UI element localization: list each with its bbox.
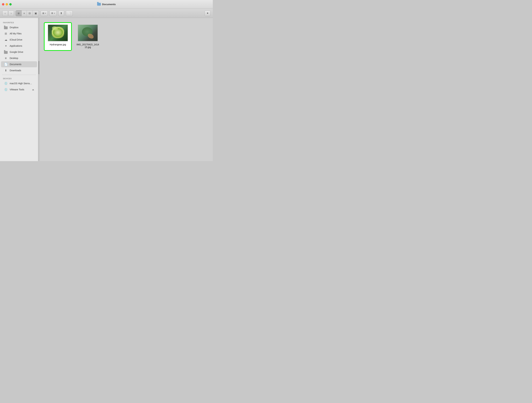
eject-icon[interactable]: ⏏ [32,88,34,91]
forward-icon: › [11,12,12,15]
main-content: Favorites Dropbox ⊞ All My Files ☁ iClou… [0,18,213,161]
file-thumbnail-img [78,25,98,41]
back-button[interactable]: ‹ [2,11,8,16]
toolbar: ‹ › ⊞ ≡ ⊟ ▣ ⊞ ▾ ⚙ ▾ ⬆ ⬜ ✦ [0,9,213,18]
sidebar-label-google-drive: Google Drive [10,51,23,53]
traffic-lights [2,3,12,6]
arrange-icon: ⊞ [42,12,44,14]
cover-view-icon: ▣ [35,12,37,15]
dropbox-folder-icon [4,25,8,29]
file-name-img: IMG_20170415_141415.jpg [76,43,99,49]
sidebar-label-dropbox: Dropbox [10,26,19,29]
scrollbar-thumb[interactable] [38,61,39,74]
forward-button[interactable]: › [8,11,14,16]
sidebar-label-all-my-files: All My Files [10,32,22,35]
icloud-drive-icon: ☁ [4,38,8,42]
desktop-icon: 🖥 [4,56,8,60]
view-icon-button[interactable]: ⊞ [16,11,22,16]
dropbox-button[interactable]: ✦ [205,11,210,16]
sidebar-label-vmware: VMware Tools [10,88,24,91]
disc-icon: 💿 [4,88,8,91]
titlebar: Documents [0,0,213,9]
sidebar-item-vmware[interactable]: 💿 VMware Tools ⏏ [1,87,37,93]
file-item-hydrangeas[interactable]: Hydrangeas.jpg [44,23,71,50]
window-title-group: Documents [97,3,116,6]
sidebar-item-dropbox[interactable]: Dropbox [1,25,37,31]
view-cover-button[interactable]: ▣ [33,11,39,16]
sidebar-item-applications[interactable]: ✦ Applications [1,43,37,49]
toolbar-right: ✦ [205,11,210,16]
sidebar-label-documents: Documents [10,63,21,66]
view-mode-group: ⊞ ≡ ⊟ ▣ [16,10,39,16]
minimize-button[interactable] [6,3,8,6]
file-area: Hydrangeas.jpg IMG_20170415_141415.jpg [40,18,213,161]
sidebar-item-desktop[interactable]: 🖥 Desktop [1,55,37,61]
action-dropdown[interactable]: ⚙ ▾ [49,11,57,16]
back-icon: ‹ [5,12,6,15]
sidebar-label-macos: macOS High Sierra… [10,82,32,85]
list-view-icon: ≡ [23,12,25,15]
arrange-dropdown[interactable]: ⊞ ▾ [41,11,48,16]
favorites-section-header: Favorites [0,20,38,24]
sidebar-item-icloud-drive[interactable]: ☁ iCloud Drive [1,37,37,43]
file-thumbnail-hydrangeas [48,25,68,41]
close-button[interactable] [2,3,4,6]
dropbox-icon: ✦ [207,12,209,15]
sidebar-divider [2,75,36,75]
share-button[interactable]: ⬆ [58,11,64,16]
window-title: Documents [102,3,116,6]
sidebar-label-applications: Applications [10,44,22,47]
sidebar-label-icloud-drive: iCloud Drive [10,38,22,41]
sidebar-item-google-drive[interactable]: Google Drive [1,49,37,55]
google-drive-folder-icon [4,50,8,54]
hard-drive-icon: 💿 [4,81,8,85]
all-my-files-icon: ⊞ [4,32,8,35]
sidebar-scrollbar[interactable] [38,18,40,161]
sidebar-label-downloads: Downloads [10,69,21,72]
action-chevron-icon: ▾ [54,12,55,14]
view-columns-button[interactable]: ⊟ [27,11,33,16]
grid-view-icon: ⊞ [18,12,20,15]
sidebar-label-desktop: Desktop [10,57,18,59]
documents-icon: 📄 [4,62,8,66]
arrange-chevron-icon: ▾ [45,12,46,14]
sidebar: Favorites Dropbox ⊞ All My Files ☁ iClou… [0,18,38,161]
columns-view-icon: ⊟ [29,12,31,15]
gear-icon: ⚙ [51,12,53,14]
view-list-button[interactable]: ≡ [22,11,27,16]
sidebar-item-macos[interactable]: 💿 macOS High Sierra… [1,81,37,86]
downloads-icon: ⬇ [4,68,8,72]
devices-section-header: Devices [0,76,38,80]
share-icon: ⬆ [60,12,62,15]
sidebar-item-downloads[interactable]: ⬇ Downloads [1,68,37,74]
img-preview [78,25,98,41]
sidebar-item-documents[interactable]: 📄 Documents [1,61,37,67]
title-folder-icon [97,3,101,6]
tag-icon: ⬜ [68,12,71,15]
applications-icon: ✦ [4,44,8,48]
file-item-img[interactable]: IMG_20170415_141415.jpg [75,23,101,50]
maximize-button[interactable] [9,3,12,6]
sidebar-item-all-my-files[interactable]: ⊞ All My Files [1,31,37,37]
tag-button[interactable]: ⬜ [66,11,73,16]
scrollbar-track [38,18,39,161]
file-name-hydrangeas: Hydrangeas.jpg [50,43,66,46]
nav-button-group: ‹ › [2,11,14,16]
hydrangeas-preview [48,25,68,41]
